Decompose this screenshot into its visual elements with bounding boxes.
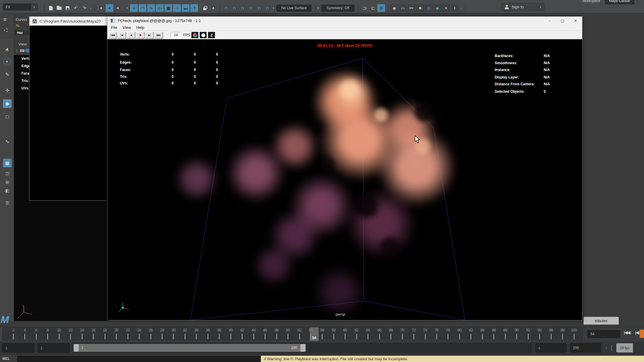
timeline-frame-number[interactable]: 52 (297, 328, 301, 332)
chevron-down-icon[interactable]: ▾ (317, 7, 319, 10)
timeline-frame-number[interactable]: 8 (47, 328, 49, 332)
timeline-frame-number[interactable]: 4 (24, 328, 26, 332)
timeline-frame-number[interactable]: 92 (526, 328, 530, 332)
input-connections-icon[interactable]: ⊐ (361, 4, 369, 12)
animation-start-field[interactable]: 1 (2, 343, 35, 352)
lasso-tool-icon[interactable]: ➤ (3, 58, 11, 65)
timeline-frame-number[interactable]: 40 (229, 328, 233, 332)
select-component-icon[interactable]: ➤ (114, 4, 122, 12)
timeline-frame-number[interactable]: 90 (515, 328, 519, 332)
timeline-frame-number[interactable]: 14 (80, 328, 84, 332)
mask-curves-icon[interactable]: ∿ (147, 4, 155, 12)
mask-surfaces-icon[interactable]: ◇ (156, 4, 164, 12)
character-set-field[interactable]: s (535, 343, 566, 352)
timeline-frame-number[interactable]: 88 (503, 328, 507, 332)
go-to-start-button[interactable]: |◀◀ (624, 330, 630, 335)
paint-effects-icon[interactable]: ✕ (442, 4, 450, 12)
timeline-frame-number[interactable]: 78 (446, 328, 450, 332)
close-button[interactable]: ✕ (569, 17, 582, 24)
timeline-frame-number[interactable]: 100 (571, 328, 577, 332)
timeline-frame-number[interactable]: 44 (252, 328, 256, 332)
timeline-frame-number[interactable]: 42 (240, 328, 244, 332)
render-settings-icon[interactable]: ✱ (416, 4, 424, 12)
outliner-icon[interactable]: ☰ (3, 199, 12, 207)
ipr-render-icon[interactable]: IPR (408, 4, 415, 12)
anim-evaluation-icon[interactable]: ≣ (377, 4, 385, 12)
live-surface-field[interactable]: No Live Surface (276, 5, 311, 12)
group-expander-icon[interactable]: › (90, 6, 91, 10)
timeline-frame-number[interactable]: 82 (469, 328, 473, 332)
timeline-frame-number[interactable]: 84 (480, 328, 484, 332)
timeline-frame-number[interactable]: 26 (149, 328, 153, 332)
timeline-frame-number[interactable]: 18 (103, 328, 107, 332)
current-tool-icon[interactable]: ◆ (3, 99, 12, 108)
chevron-down-icon[interactable]: ▾ (540, 6, 541, 9)
snap-grid-icon[interactable]: ∩ (222, 4, 230, 12)
chevron-down-icon[interactable]: ▾ (126, 7, 128, 10)
layout-plus-icon[interactable]: ◧ (3, 186, 12, 195)
camera-icon[interactable] (20, 49, 24, 52)
timeline-frame-number[interactable]: 58 (332, 328, 336, 332)
symmetry-field[interactable]: Symmetry: Off (321, 5, 355, 12)
render-sequence-icon[interactable]: ◆ (434, 4, 441, 12)
scale-tool-icon[interactable]: □ (3, 112, 12, 121)
menu-help[interactable]: Help (134, 25, 147, 30)
fcheck-titlebar[interactable]: FCheck: playblast.@@@@.jpg - 1275x748 - … (107, 17, 582, 24)
playback-range[interactable]: 1 100 (73, 344, 306, 352)
timeline-frame-number[interactable]: 94 (538, 328, 541, 332)
new-scene-icon[interactable] (47, 4, 55, 12)
output-connections-icon[interactable]: ⊏ (369, 4, 377, 12)
step-back-button[interactable]: |◀ (117, 32, 126, 38)
go-end-button[interactable]: ▶▶| (154, 32, 163, 38)
select-tool-icon[interactable]: ➤ (3, 45, 12, 54)
timeline-frame-number[interactable]: 34 (195, 328, 198, 332)
last-tool-icon[interactable]: ∿ (3, 137, 12, 146)
group-expander-icon[interactable]: › (460, 6, 462, 10)
mask-handles-icon[interactable]: + (130, 4, 138, 12)
stop-button[interactable]: ■ (136, 32, 144, 38)
timeline-playhead[interactable]: 54 (310, 327, 319, 341)
fps-input[interactable]: 24 (171, 32, 181, 38)
timeline-frame-number[interactable]: 20 (114, 328, 118, 332)
range-slider-track[interactable]: 1 100 (73, 343, 531, 352)
play-backwards-button[interactable] (640, 330, 644, 338)
paint-select-tool-icon[interactable]: ✎ (3, 70, 12, 79)
timeline-frame-number[interactable]: 98 (560, 328, 564, 332)
snap-center-icon[interactable]: ∩ (247, 4, 255, 12)
timeline-frame-number[interactable]: 68 (389, 328, 393, 332)
time-slider[interactable]: 2468101214161820222426283032343638404244… (0, 327, 644, 341)
mask-rendering-icon[interactable]: ▬ (182, 4, 189, 12)
timeline-frame-number[interactable]: 22 (126, 328, 130, 332)
timeline-frame-number[interactable]: 24 (137, 328, 141, 332)
step-back-frame-button[interactable]: |◀ (635, 330, 638, 335)
command-input[interactable] (17, 356, 261, 362)
render-frame-icon[interactable]: ▭ (399, 4, 407, 12)
timeline-frame-number[interactable]: 28 (160, 328, 164, 332)
gear-icon[interactable] (4, 28, 8, 32)
mask-deformations-icon[interactable]: ▦ (164, 4, 172, 12)
animation-end-field[interactable]: 200 (570, 343, 601, 352)
zbuffer-channel-button[interactable]: Z (208, 32, 215, 38)
undo-icon[interactable]: ↶ (72, 4, 80, 12)
highlight-selection-icon[interactable]: ➤ (209, 4, 217, 12)
fcheck-image-area[interactable]: 00:01:13 - 38 F Mem 23.70FPS Verts:000Ed… (107, 39, 582, 320)
make-live-icon[interactable]: ∩ (264, 4, 272, 12)
select-object-icon[interactable]: ➤ (106, 4, 113, 12)
layout-two-icon[interactable]: ◫ (3, 169, 12, 177)
timeline-frame-number[interactable]: 32 (183, 328, 187, 332)
timeline-frame-number[interactable]: 76 (435, 328, 438, 332)
snap-viewplane-icon[interactable]: ∩ (256, 4, 263, 12)
workspace-selector[interactable]: Workspace : Maya Classic (582, 0, 634, 4)
timeline-frame-number[interactable]: 80 (457, 328, 461, 332)
maximize-button[interactable]: ▢ (556, 17, 569, 24)
timeline-frame-number[interactable]: 56 (320, 328, 324, 332)
layout-four-icon[interactable]: ⊞ (3, 178, 12, 186)
pause-icon[interactable]: ‖ (451, 4, 458, 12)
timeline-grip[interactable] (0, 327, 2, 341)
menu-file[interactable]: File (107, 25, 120, 30)
snap-curve-icon[interactable]: ∩ (231, 4, 238, 12)
chevron-down-icon[interactable]: ▾ (31, 4, 37, 10)
attributes-tab[interactable]: tributes (584, 317, 619, 325)
mask-dynamics-icon[interactable]: ∴ (173, 4, 181, 12)
select-hierarchy-icon[interactable]: ➤ (97, 4, 105, 12)
